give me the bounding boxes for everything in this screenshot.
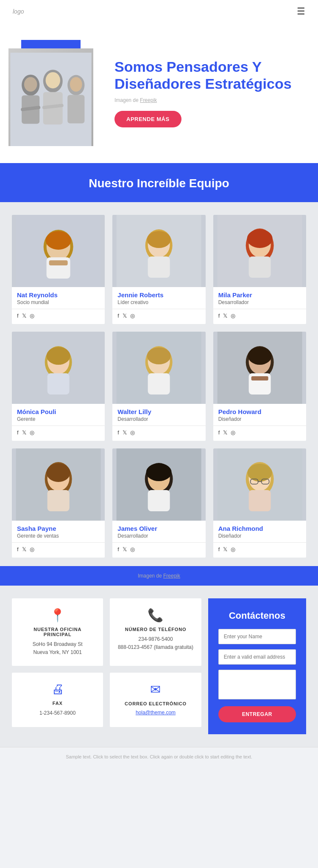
team-card-photo	[112, 448, 205, 521]
instagram-icon[interactable]: ◎	[231, 429, 235, 436]
instagram-icon[interactable]: ◎	[30, 313, 34, 319]
facebook-icon[interactable]: f	[117, 313, 119, 319]
team-card-photo	[12, 215, 105, 287]
team-member-name: Jennie Roberts	[117, 291, 200, 299]
team-card-social: f 𝕏 ◎	[213, 309, 306, 324]
team-card-photo	[12, 332, 105, 404]
team-card-photo	[213, 215, 306, 287]
facebook-icon[interactable]: f	[17, 546, 19, 552]
svg-rect-32	[47, 373, 70, 395]
instagram-icon[interactable]: ◎	[30, 546, 34, 552]
instagram-icon[interactable]: ◎	[30, 429, 34, 436]
footer-note: Sample text. Click to select the text bo…	[0, 747, 318, 766]
team-card-social: f 𝕏 ◎	[12, 426, 105, 441]
svg-rect-17	[49, 260, 68, 265]
team-member-name: Mila Parker	[218, 291, 301, 299]
twitter-icon[interactable]: 𝕏	[22, 313, 26, 319]
header: logo ☰	[0, 0, 318, 23]
team-section: Nuestro Increíble Equipo Nat Reynolds So…	[0, 163, 318, 586]
contact-submit-button[interactable]: ENTREGAR	[218, 706, 296, 722]
team-card-photo	[213, 332, 306, 404]
team-card: Jennie Roberts Líder creativo f 𝕏 ◎	[112, 215, 205, 324]
twitter-icon[interactable]: 𝕏	[22, 546, 26, 552]
contact-box-title: CORREO ELECTRÓNICO	[125, 701, 187, 706]
contact-box-title: NÚMERO DE TELÉFONO	[125, 627, 187, 632]
team-member-name: Pedro Howard	[218, 408, 301, 415]
svg-rect-53	[148, 490, 170, 511]
team-card-social: f 𝕏 ◎	[213, 426, 306, 441]
team-member-name: Mónica Pouli	[17, 408, 100, 415]
svg-line-10	[22, 107, 39, 110]
svg-point-41	[248, 347, 271, 365]
facebook-icon[interactable]: f	[218, 429, 220, 436]
menu-icon[interactable]: ☰	[297, 6, 305, 17]
twitter-icon[interactable]: 𝕏	[223, 546, 227, 552]
svg-point-9	[70, 77, 82, 91]
twitter-icon[interactable]: 𝕏	[223, 429, 227, 436]
contact-box-icon: ✉	[150, 682, 161, 697]
team-member-role: Gerente de ventas	[17, 533, 100, 539]
hero-credit: Imagen de Freepik	[114, 97, 305, 103]
facebook-icon[interactable]: f	[218, 313, 220, 319]
twitter-icon[interactable]: 𝕏	[22, 429, 26, 436]
team-card-social: f 𝕏 ◎	[213, 542, 306, 558]
instagram-icon[interactable]: ◎	[231, 313, 235, 319]
team-member-name: Walter Lilly	[117, 408, 200, 415]
facebook-icon[interactable]: f	[117, 429, 119, 436]
instagram-icon[interactable]: ◎	[130, 429, 135, 436]
team-card-info: Ana Richmond Diseñador	[213, 521, 306, 539]
team-heading: Nuestro Increíble Equipo	[0, 177, 318, 202]
team-member-name: Ana Richmond	[218, 525, 301, 532]
facebook-icon[interactable]: f	[218, 546, 220, 552]
team-card: Mila Parker Desarrollador f 𝕏 ◎	[213, 215, 306, 324]
contact-email-input[interactable]	[218, 649, 296, 665]
twitter-icon[interactable]: 𝕏	[123, 429, 127, 436]
facebook-icon[interactable]: f	[17, 313, 19, 319]
svg-rect-48	[47, 490, 70, 511]
instagram-icon[interactable]: ◎	[130, 546, 135, 552]
facebook-icon[interactable]: f	[17, 429, 19, 436]
team-card-info: Nat Reynolds Socio mundial	[12, 287, 105, 305]
team-card-info: Pedro Howard Diseñador	[213, 404, 306, 422]
contact-name-input[interactable]	[218, 629, 296, 644]
contact-form-area: Contáctenos ENTREGAR	[208, 598, 306, 734]
team-member-role: Desarrollador	[117, 533, 200, 539]
svg-point-36	[147, 347, 171, 364]
logo: logo	[13, 8, 24, 15]
team-member-role: Socio mundial	[17, 299, 100, 305]
instagram-icon[interactable]: ◎	[231, 546, 235, 552]
contact-box-title: NUESTRA OFICINA PRINCIPAL	[20, 627, 95, 637]
hero-credit-link[interactable]: Freepik	[140, 97, 157, 103]
svg-rect-8	[67, 95, 84, 123]
contact-box-icon: 📞	[148, 608, 163, 623]
team-member-role: Diseñador	[218, 416, 301, 422]
team-card-photo	[12, 448, 105, 521]
team-member-role: Líder creativo	[117, 299, 200, 305]
contact-info-box: 📞 NÚMERO DE TELÉFONO 234-9876-5400888-01…	[110, 598, 201, 666]
hero-text-area: Somos Pensadores Y Diseñadores Estratégi…	[102, 59, 305, 127]
team-card-photo	[213, 448, 306, 521]
contact-box-text: SoHo 94 Broadway StNueva York, NY 1001	[33, 640, 83, 657]
facebook-icon[interactable]: f	[117, 546, 119, 552]
team-credit-link[interactable]: Freepik	[163, 573, 180, 579]
contact-message-input[interactable]	[218, 670, 296, 699]
twitter-icon[interactable]: 𝕏	[123, 313, 127, 319]
instagram-icon[interactable]: ◎	[130, 313, 135, 319]
team-card: Sasha Payne Gerente de ventas f 𝕏 ◎	[12, 448, 105, 558]
contact-info-box: 📍 NUESTRA OFICINA PRINCIPAL SoHo 94 Broa…	[12, 598, 103, 666]
svg-point-52	[146, 463, 172, 481]
svg-point-26	[247, 229, 272, 248]
svg-rect-27	[248, 256, 271, 278]
learn-more-button[interactable]: APRENDE MÁS	[114, 111, 181, 127]
contact-box-link[interactable]: hola@theme.com	[136, 710, 176, 716]
team-card-info: Sasha Payne Gerente de ventas	[12, 521, 105, 539]
team-member-role: Gerente	[17, 416, 100, 422]
team-member-role: Desarrollador	[117, 416, 200, 422]
svg-rect-22	[148, 256, 170, 278]
team-card-photo	[112, 215, 205, 287]
team-card-social: f 𝕏 ◎	[112, 309, 205, 324]
team-card-social: f 𝕏 ◎	[112, 426, 205, 441]
twitter-icon[interactable]: 𝕏	[123, 546, 127, 552]
twitter-icon[interactable]: 𝕏	[223, 313, 227, 319]
contact-box-text: 1-234-567-8900	[39, 709, 75, 717]
